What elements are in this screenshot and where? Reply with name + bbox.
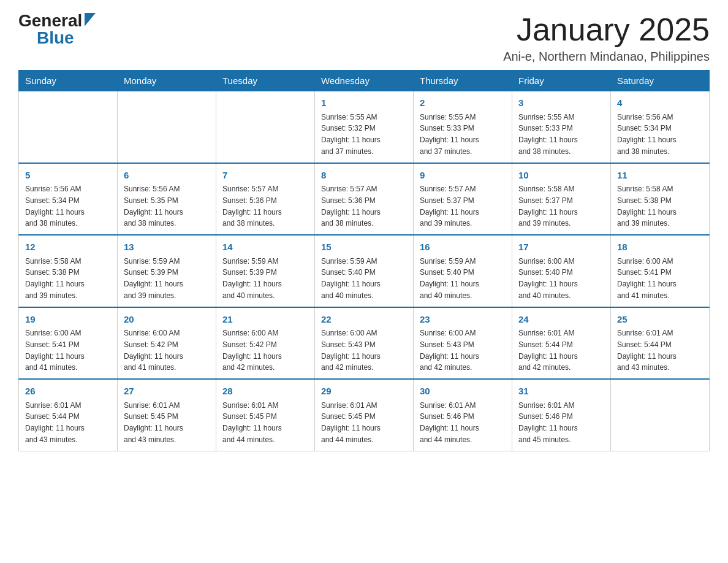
day-number: 17 <box>518 240 604 255</box>
day-number: 7 <box>222 169 308 183</box>
day-header-wednesday: Wednesday <box>315 71 414 91</box>
calendar-cell: 6Sunrise: 5:56 AMSunset: 5:35 PMDaylight… <box>118 163 216 236</box>
day-number: 8 <box>321 169 407 183</box>
day-info: Sunrise: 6:01 AMSunset: 5:46 PMDaylight:… <box>518 401 578 444</box>
day-info: Sunrise: 5:58 AMSunset: 5:38 PMDaylight:… <box>617 185 677 228</box>
day-number: 4 <box>617 96 703 110</box>
calendar-week-row: 1Sunrise: 5:55 AMSunset: 5:32 PMDaylight… <box>19 91 710 163</box>
day-info: Sunrise: 5:55 AMSunset: 5:32 PMDaylight:… <box>321 113 381 156</box>
day-info: Sunrise: 6:00 AMSunset: 5:41 PMDaylight:… <box>617 257 677 300</box>
calendar-cell: 3Sunrise: 5:55 AMSunset: 5:33 PMDaylight… <box>512 91 611 163</box>
day-number: 22 <box>321 313 407 327</box>
calendar-cell: 27Sunrise: 6:01 AMSunset: 5:45 PMDayligh… <box>118 379 216 451</box>
day-info: Sunrise: 6:00 AMSunset: 5:42 PMDaylight:… <box>222 329 282 372</box>
calendar-body: 1Sunrise: 5:55 AMSunset: 5:32 PMDaylight… <box>19 91 710 451</box>
day-number: 1 <box>321 96 407 110</box>
calendar-cell: 24Sunrise: 6:01 AMSunset: 5:44 PMDayligh… <box>512 307 611 380</box>
calendar-cell <box>118 91 216 163</box>
day-header-monday: Monday <box>118 71 216 91</box>
day-info: Sunrise: 6:01 AMSunset: 5:44 PMDaylight:… <box>25 401 85 444</box>
day-number: 28 <box>222 385 308 399</box>
day-number: 3 <box>518 96 604 110</box>
calendar-week-row: 19Sunrise: 6:00 AMSunset: 5:41 PMDayligh… <box>19 307 710 380</box>
day-number: 20 <box>124 313 210 327</box>
calendar-cell: 20Sunrise: 6:00 AMSunset: 5:42 PMDayligh… <box>118 307 216 380</box>
day-info: Sunrise: 5:56 AMSunset: 5:35 PMDaylight:… <box>124 185 183 228</box>
logo-general-text: General <box>18 12 82 29</box>
page-header: General Blue January 2025 Ani-e, Norther… <box>18 12 710 64</box>
calendar-cell: 28Sunrise: 6:01 AMSunset: 5:45 PMDayligh… <box>216 379 315 451</box>
day-number: 11 <box>617 169 703 183</box>
day-number: 30 <box>420 385 506 399</box>
calendar-cell: 23Sunrise: 6:00 AMSunset: 5:43 PMDayligh… <box>414 307 512 380</box>
calendar-cell: 10Sunrise: 5:58 AMSunset: 5:37 PMDayligh… <box>512 163 611 236</box>
day-info: Sunrise: 6:01 AMSunset: 5:45 PMDaylight:… <box>222 401 282 444</box>
day-number: 15 <box>321 240 407 255</box>
day-info: Sunrise: 5:57 AMSunset: 5:36 PMDaylight:… <box>222 185 282 228</box>
day-header-friday: Friday <box>512 71 611 91</box>
calendar-cell <box>611 379 710 451</box>
day-number: 26 <box>25 385 111 399</box>
day-number: 10 <box>518 169 604 183</box>
calendar-week-row: 12Sunrise: 5:58 AMSunset: 5:38 PMDayligh… <box>19 235 710 307</box>
day-info: Sunrise: 6:01 AMSunset: 5:44 PMDaylight:… <box>617 329 677 372</box>
day-number: 14 <box>222 240 308 255</box>
calendar-cell: 5Sunrise: 5:56 AMSunset: 5:34 PMDaylight… <box>19 163 118 236</box>
day-header-thursday: Thursday <box>414 71 512 91</box>
day-number: 29 <box>321 385 407 399</box>
day-number: 27 <box>124 385 210 399</box>
day-info: Sunrise: 6:00 AMSunset: 5:41 PMDaylight:… <box>25 329 85 372</box>
calendar-cell: 30Sunrise: 6:01 AMSunset: 5:46 PMDayligh… <box>414 379 512 451</box>
day-number: 31 <box>518 385 604 399</box>
calendar-cell: 1Sunrise: 5:55 AMSunset: 5:32 PMDaylight… <box>315 91 414 163</box>
subtitle: Ani-e, Northern Mindanao, Philippines <box>503 50 710 64</box>
day-number: 2 <box>420 96 506 110</box>
days-of-week-row: SundayMondayTuesdayWednesdayThursdayFrid… <box>19 71 710 91</box>
calendar-cell: 22Sunrise: 6:00 AMSunset: 5:43 PMDayligh… <box>315 307 414 380</box>
day-info: Sunrise: 6:01 AMSunset: 5:46 PMDaylight:… <box>420 401 479 444</box>
day-info: Sunrise: 6:01 AMSunset: 5:44 PMDaylight:… <box>518 329 578 372</box>
day-info: Sunrise: 5:59 AMSunset: 5:40 PMDaylight:… <box>420 257 479 300</box>
calendar-cell: 8Sunrise: 5:57 AMSunset: 5:36 PMDaylight… <box>315 163 414 236</box>
day-header-saturday: Saturday <box>611 71 710 91</box>
calendar-header: SundayMondayTuesdayWednesdayThursdayFrid… <box>19 71 710 91</box>
calendar-cell: 14Sunrise: 5:59 AMSunset: 5:39 PMDayligh… <box>216 235 315 307</box>
day-info: Sunrise: 5:57 AMSunset: 5:36 PMDaylight:… <box>321 185 381 228</box>
day-number: 16 <box>420 240 506 255</box>
calendar-cell: 25Sunrise: 6:01 AMSunset: 5:44 PMDayligh… <box>611 307 710 380</box>
main-title: January 2025 <box>503 12 710 47</box>
day-number: 13 <box>124 240 210 255</box>
logo-arrow-icon <box>85 13 96 26</box>
calendar-cell: 18Sunrise: 6:00 AMSunset: 5:41 PMDayligh… <box>611 235 710 307</box>
day-info: Sunrise: 5:59 AMSunset: 5:39 PMDaylight:… <box>222 257 282 300</box>
calendar-cell: 21Sunrise: 6:00 AMSunset: 5:42 PMDayligh… <box>216 307 315 380</box>
calendar-cell: 26Sunrise: 6:01 AMSunset: 5:44 PMDayligh… <box>19 379 118 451</box>
day-number: 19 <box>25 313 111 327</box>
day-info: Sunrise: 6:01 AMSunset: 5:45 PMDaylight:… <box>124 401 183 444</box>
calendar-cell: 7Sunrise: 5:57 AMSunset: 5:36 PMDaylight… <box>216 163 315 236</box>
day-header-tuesday: Tuesday <box>216 71 315 91</box>
calendar-cell: 2Sunrise: 5:55 AMSunset: 5:33 PMDaylight… <box>414 91 512 163</box>
day-header-sunday: Sunday <box>19 71 118 91</box>
calendar-cell <box>19 91 118 163</box>
day-info: Sunrise: 5:56 AMSunset: 5:34 PMDaylight:… <box>25 185 85 228</box>
day-info: Sunrise: 6:00 AMSunset: 5:40 PMDaylight:… <box>518 257 578 300</box>
calendar-cell: 9Sunrise: 5:57 AMSunset: 5:37 PMDaylight… <box>414 163 512 236</box>
day-number: 9 <box>420 169 506 183</box>
day-number: 12 <box>25 240 111 255</box>
svg-marker-0 <box>85 13 96 26</box>
calendar-cell: 17Sunrise: 6:00 AMSunset: 5:40 PMDayligh… <box>512 235 611 307</box>
calendar-cell: 19Sunrise: 6:00 AMSunset: 5:41 PMDayligh… <box>19 307 118 380</box>
day-info: Sunrise: 5:56 AMSunset: 5:34 PMDaylight:… <box>617 113 677 156</box>
calendar-table: SundayMondayTuesdayWednesdayThursdayFrid… <box>18 70 710 451</box>
day-info: Sunrise: 5:59 AMSunset: 5:39 PMDaylight:… <box>124 257 183 300</box>
day-number: 21 <box>222 313 308 327</box>
title-block: January 2025 Ani-e, Northern Mindanao, P… <box>503 12 710 64</box>
calendar-cell: 15Sunrise: 5:59 AMSunset: 5:40 PMDayligh… <box>315 235 414 307</box>
logo-blue-text: Blue <box>37 29 74 47</box>
day-info: Sunrise: 5:55 AMSunset: 5:33 PMDaylight:… <box>518 113 578 156</box>
day-number: 23 <box>420 313 506 327</box>
day-info: Sunrise: 5:55 AMSunset: 5:33 PMDaylight:… <box>420 113 479 156</box>
calendar-cell <box>216 91 315 163</box>
logo: General Blue <box>18 12 96 47</box>
